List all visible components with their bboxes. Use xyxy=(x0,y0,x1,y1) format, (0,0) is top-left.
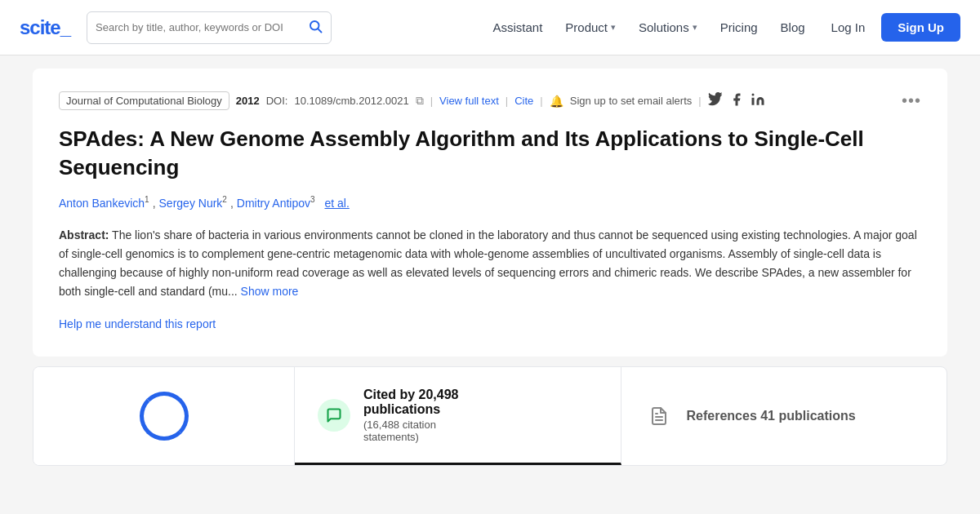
facebook-icon[interactable] xyxy=(729,92,744,110)
et-al-link[interactable]: et al. xyxy=(325,197,350,210)
search-icon xyxy=(308,19,323,36)
solutions-chevron-icon: ▾ xyxy=(693,22,697,33)
meta-sep-2: | xyxy=(506,95,508,107)
alert-text: Sign up to set email alerts xyxy=(570,95,693,107)
svg-point-2 xyxy=(751,93,754,95)
stats-section: Cited by 20,498 publications (16,488 cit… xyxy=(33,366,947,466)
meta-sep-4: | xyxy=(698,95,701,107)
navbar: scite_ Assistant Product ▾ Solutions ▾ P… xyxy=(0,0,980,55)
show-more-link[interactable]: Show more xyxy=(241,285,299,298)
citation-statements: (16,488 citation statements) xyxy=(363,419,459,443)
chat-bubble-icon xyxy=(318,399,350,432)
nav-blog[interactable]: Blog xyxy=(771,14,815,41)
article-title: SPAdes: A New Genome Assembly Algorithm … xyxy=(59,125,921,182)
author-2-link[interactable]: Sergey Nurk2 xyxy=(159,195,227,210)
journal-badge: Journal of Computational Biology xyxy=(59,91,229,110)
meta-sep-3: | xyxy=(540,95,542,107)
nav-pricing[interactable]: Pricing xyxy=(710,14,768,41)
meta-doi-value: 10.1089/cmb.2012.0021 xyxy=(294,95,408,107)
help-link[interactable]: Help me understand this report xyxy=(59,317,216,330)
svg-line-1 xyxy=(318,29,321,32)
nav-assistant[interactable]: Assistant xyxy=(483,14,552,41)
author-3-link[interactable]: Dmitry Antipov3 xyxy=(237,195,315,210)
author-1-link[interactable]: Anton Bankevich1 xyxy=(59,195,149,210)
references-tab[interactable]: References 41 publications xyxy=(621,367,947,465)
copy-doi-icon[interactable]: ⧉ xyxy=(416,94,424,108)
references-label: References 41 publications xyxy=(687,409,856,423)
search-box xyxy=(87,11,332,44)
search-input[interactable] xyxy=(96,21,301,33)
authors-list: Anton Bankevich1 , Sergey Nurk2 , Dmitry… xyxy=(59,195,921,210)
spinner-section xyxy=(33,367,295,465)
login-button[interactable]: Log In xyxy=(818,14,879,41)
product-chevron-icon: ▾ xyxy=(611,22,616,33)
signup-button[interactable]: Sign Up xyxy=(881,13,960,42)
abstract-text: Abstract: The lion's share of bacteria i… xyxy=(59,226,921,301)
social-icons xyxy=(708,92,765,110)
view-full-text-link[interactable]: View full text xyxy=(439,95,499,107)
article-card: Journal of Computational Biology 2012 DO… xyxy=(33,69,947,357)
twitter-icon[interactable] xyxy=(708,92,723,110)
main-content: Journal of Computational Biology 2012 DO… xyxy=(16,55,964,466)
more-options-icon[interactable]: ••• xyxy=(902,91,921,110)
meta-year: 2012 xyxy=(236,95,260,107)
loading-spinner xyxy=(140,392,189,441)
bell-icon[interactable]: 🔔 xyxy=(550,95,564,108)
document-icon xyxy=(644,401,674,431)
cited-by-label: Cited by 20,498 publications xyxy=(363,388,459,417)
nav-solutions[interactable]: Solutions ▾ xyxy=(629,14,707,41)
linkedin-icon[interactable] xyxy=(751,92,765,110)
site-logo[interactable]: scite_ xyxy=(20,16,70,39)
meta-doi-label: DOI: xyxy=(266,95,288,107)
citations-tab[interactable]: Cited by 20,498 publications (16,488 cit… xyxy=(295,367,621,465)
cite-link[interactable]: Cite xyxy=(514,95,533,107)
meta-sep-1: | xyxy=(430,95,433,107)
nav-links: Assistant Product ▾ Solutions ▾ Pricing … xyxy=(483,13,960,42)
meta-line: Journal of Computational Biology 2012 DO… xyxy=(59,91,921,110)
nav-product[interactable]: Product ▾ xyxy=(555,14,626,41)
